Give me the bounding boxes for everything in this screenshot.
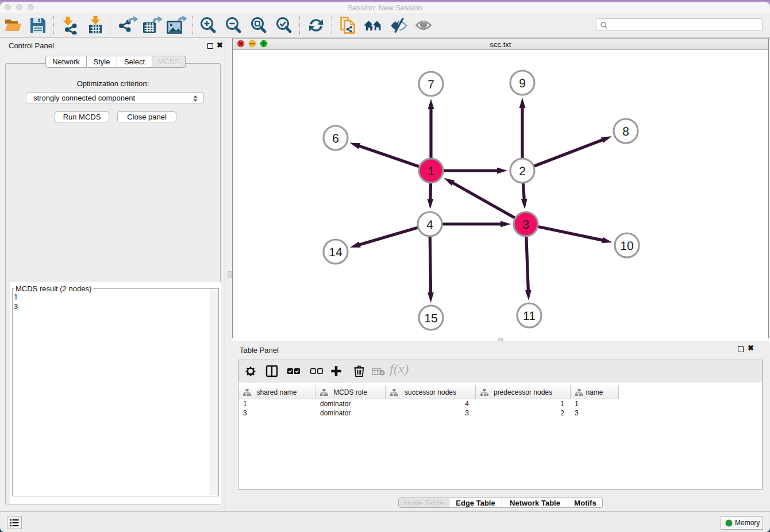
svg-text:4: 4 [426,218,433,232]
svg-text:10: 10 [620,240,633,253]
svg-text:8: 8 [622,125,629,138]
svg-text:2: 2 [519,165,526,178]
svg-text:11: 11 [523,310,536,323]
svg-text:1: 1 [428,165,434,178]
svg-text:7: 7 [428,78,434,91]
svg-text:14: 14 [329,246,342,259]
svg-text:6: 6 [332,132,339,145]
svg-text:15: 15 [424,312,437,325]
svg-text:9: 9 [519,77,526,90]
svg-text:3: 3 [522,218,529,232]
